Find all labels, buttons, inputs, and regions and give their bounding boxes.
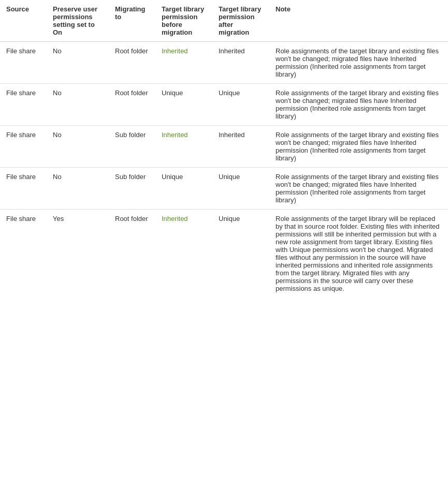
permissions-table: Source Preserve user permissions setting… xyxy=(0,0,448,298)
cell-source: File share xyxy=(0,42,47,84)
table-row: File shareNoSub folderUniqueUniqueRole a… xyxy=(0,168,448,210)
header-note: Note xyxy=(269,0,448,42)
header-migrating: Migrating to xyxy=(109,0,155,42)
cell-note: Role assignments of the target library w… xyxy=(269,210,448,298)
header-preserve: Preserve user permissions setting set to… xyxy=(47,0,109,42)
cell-source: File share xyxy=(0,84,47,126)
cell-note: Role assignments of the target library a… xyxy=(269,168,448,210)
table-row: File shareYesRoot folderInheritedUniqueR… xyxy=(0,210,448,298)
cell-preserve: No xyxy=(47,84,109,126)
cell-migrating: Root folder xyxy=(109,210,155,298)
cell-note: Role assignments of the target library a… xyxy=(269,42,448,84)
cell-before: Unique xyxy=(155,84,212,126)
cell-source: File share xyxy=(0,168,47,210)
cell-migrating: Root folder xyxy=(109,84,155,126)
cell-after: Unique xyxy=(212,84,269,126)
table-row: File shareNoRoot folderInheritedInherite… xyxy=(0,42,448,84)
cell-source: File share xyxy=(0,210,47,298)
cell-migrating: Sub folder xyxy=(109,126,155,168)
cell-preserve: No xyxy=(47,42,109,84)
cell-preserve: No xyxy=(47,126,109,168)
cell-before: Inherited xyxy=(155,210,212,298)
table-row: File shareNoRoot folderUniqueUniqueRole … xyxy=(0,84,448,126)
cell-before: Inherited xyxy=(155,126,212,168)
cell-source: File share xyxy=(0,126,47,168)
cell-preserve: Yes xyxy=(47,210,109,298)
cell-migrating: Sub folder xyxy=(109,168,155,210)
cell-after: Unique xyxy=(212,168,269,210)
header-after: Target library permission after migratio… xyxy=(212,0,269,42)
header-source: Source xyxy=(0,0,47,42)
header-before: Target library permission before migrati… xyxy=(155,0,212,42)
cell-after: Unique xyxy=(212,210,269,298)
cell-after: Inherited xyxy=(212,42,269,84)
cell-before: Inherited xyxy=(155,42,212,84)
cell-note: Role assignments of the target library a… xyxy=(269,126,448,168)
cell-preserve: No xyxy=(47,168,109,210)
cell-after: Inherited xyxy=(212,126,269,168)
cell-migrating: Root folder xyxy=(109,42,155,84)
cell-before: Unique xyxy=(155,168,212,210)
cell-note: Role assignments of the target library a… xyxy=(269,84,448,126)
table-row: File shareNoSub folderInheritedInherited… xyxy=(0,126,448,168)
